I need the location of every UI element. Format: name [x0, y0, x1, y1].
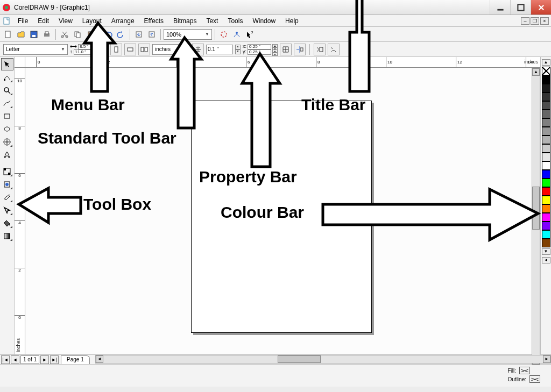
interactive-transparency-tool[interactable]: [1, 178, 13, 190]
redo-button[interactable]: [115, 28, 127, 40]
drawing-canvas[interactable]: inches 02468101214 inches 1086420: [15, 57, 540, 354]
menu-window[interactable]: Window: [248, 16, 280, 26]
menu-bitmaps[interactable]: Bitmaps: [168, 16, 201, 26]
page[interactable]: [191, 101, 372, 333]
color-swatch[interactable]: [542, 187, 550, 196]
export-button[interactable]: [146, 28, 158, 40]
color-swatch[interactable]: [542, 161, 550, 170]
paper-height-field[interactable]: 11.0 '': [74, 49, 97, 55]
polygon-tool[interactable]: [1, 136, 13, 148]
page-tab[interactable]: Page 1: [61, 355, 90, 364]
zoom-combo[interactable]: 100%▼: [164, 29, 212, 40]
save-button[interactable]: [28, 28, 40, 40]
h-scroll-thumb[interactable]: [278, 355, 321, 363]
color-swatch[interactable]: [542, 239, 550, 247]
last-page-button[interactable]: ►|: [50, 355, 59, 364]
menu-view[interactable]: View: [54, 16, 77, 26]
copy-button[interactable]: [72, 28, 83, 40]
landscape-button[interactable]: [124, 44, 136, 55]
rectangle-tool[interactable]: [1, 110, 13, 122]
color-swatch[interactable]: [542, 222, 550, 230]
fill-indicator[interactable]: [519, 367, 530, 374]
page-layout-button[interactable]: [138, 44, 150, 55]
first-page-button[interactable]: |◄: [1, 355, 10, 364]
corel-online-button[interactable]: [231, 28, 243, 40]
v-scroll-thumb[interactable]: [532, 187, 540, 230]
pick-tool[interactable]: [1, 58, 13, 70]
scroll-up-button[interactable]: ▲: [532, 68, 540, 76]
color-swatch[interactable]: [542, 84, 550, 92]
palette-flyout[interactable]: ◄: [542, 257, 550, 263]
freehand-tool[interactable]: [1, 97, 13, 109]
whats-this-button[interactable]: ?: [244, 28, 256, 40]
snap-to-grid-button[interactable]: [280, 44, 292, 55]
undo-button[interactable]: [102, 28, 114, 40]
color-swatch[interactable]: [542, 118, 550, 127]
ellipse-tool[interactable]: [1, 123, 13, 135]
menu-help[interactable]: Help: [280, 16, 303, 26]
dup-y-field[interactable]: 0.25 '': [248, 49, 271, 55]
horizontal-scrollbar[interactable]: ◄ ►: [95, 355, 551, 364]
zoom-tool[interactable]: [1, 84, 13, 96]
dup-x-field[interactable]: 0.25 '': [248, 44, 271, 49]
mdi-minimize-button[interactable]: –: [521, 17, 529, 25]
close-button[interactable]: [531, 0, 551, 15]
color-swatch[interactable]: [542, 213, 550, 222]
color-swatch[interactable]: [542, 144, 550, 153]
color-swatch[interactable]: [542, 153, 550, 161]
color-swatch[interactable]: [542, 230, 550, 239]
color-swatch[interactable]: [542, 110, 550, 118]
units-combo[interactable]: inches▼: [152, 44, 190, 55]
color-swatch[interactable]: [542, 136, 550, 144]
no-color-swatch[interactable]: [542, 67, 550, 75]
menu-layout[interactable]: Layout: [77, 16, 107, 26]
print-button[interactable]: [41, 28, 53, 40]
text-tool[interactable]: [1, 148, 13, 161]
paper-size-combo[interactable]: Letter▼: [3, 44, 68, 55]
mdi-close-button[interactable]: ×: [540, 17, 549, 25]
portrait-button[interactable]: [110, 44, 122, 55]
interactive-fill-tool[interactable]: [1, 165, 13, 177]
minimize-button[interactable]: [490, 0, 510, 15]
palette-scroll-down[interactable]: ▼: [542, 248, 550, 255]
maximize-button[interactable]: [510, 0, 531, 15]
menu-text[interactable]: Text: [201, 16, 223, 26]
color-swatch[interactable]: [542, 92, 550, 101]
interactive-mesh-tool[interactable]: [1, 230, 13, 242]
menu-arrange[interactable]: Arrange: [107, 16, 139, 26]
menu-file[interactable]: File: [13, 16, 33, 26]
mdi-restore-button[interactable]: ❐: [531, 17, 539, 25]
workspace[interactable]: [25, 68, 540, 354]
eyedropper-tool[interactable]: [1, 191, 13, 203]
options-dialog-button[interactable]: [314, 44, 326, 55]
horizontal-ruler[interactable]: inches 02468101214: [25, 57, 540, 68]
treat-as-filled-button[interactable]: [328, 44, 340, 55]
cut-button[interactable]: [59, 28, 70, 40]
outline-tool[interactable]: [1, 204, 13, 216]
menu-edit[interactable]: Edit: [33, 16, 54, 26]
paper-width-field[interactable]: 8.5 '': [78, 44, 102, 49]
color-swatch[interactable]: [542, 127, 550, 136]
scroll-left-button[interactable]: ◄: [96, 355, 103, 363]
shape-tool[interactable]: [1, 71, 13, 83]
import-button[interactable]: [133, 28, 145, 40]
color-swatch[interactable]: [542, 101, 550, 110]
palette-scroll-up[interactable]: ▲: [542, 59, 550, 66]
snap-to-guides-button[interactable]: [294, 44, 306, 55]
scroll-right-button[interactable]: ►: [543, 355, 550, 363]
color-swatch[interactable]: [542, 196, 550, 204]
color-swatch[interactable]: [542, 170, 550, 179]
outline-indicator[interactable]: [529, 375, 540, 383]
ruler-origin[interactable]: [15, 57, 25, 68]
prev-page-button[interactable]: ◄: [11, 355, 19, 364]
next-page-button[interactable]: ►: [40, 355, 49, 364]
color-swatch[interactable]: [542, 204, 550, 213]
vertical-scrollbar[interactable]: ▲ ▼: [532, 68, 540, 365]
menu-tools[interactable]: Tools: [223, 16, 248, 26]
color-swatch[interactable]: [542, 179, 550, 187]
app-launcher-button[interactable]: [218, 28, 230, 40]
paste-button[interactable]: [84, 28, 96, 40]
nudge-field[interactable]: 0.1 '': [206, 45, 233, 54]
open-button[interactable]: [15, 28, 27, 40]
vertical-ruler[interactable]: inches 1086420: [15, 68, 25, 354]
